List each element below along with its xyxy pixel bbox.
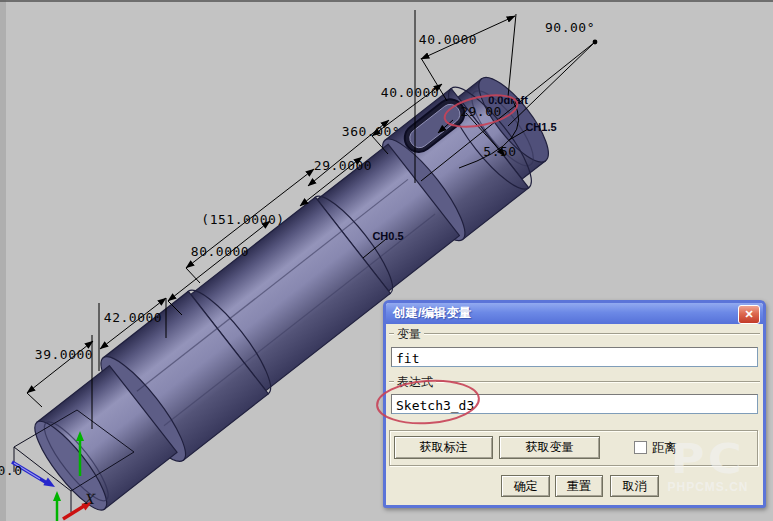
x-axis-arrow <box>63 506 84 519</box>
cad-window: 40.0000 90.00° 40.0000 0.0draft 29.00 CH… <box>0 0 773 521</box>
chamfer-ch1-5[interactable]: CH1.5 <box>525 121 556 133</box>
ok-button[interactable]: 确定 <box>501 475 550 497</box>
x-axis-label: X <box>84 491 94 507</box>
dim-29[interactable]: 29.0000 <box>314 158 372 173</box>
dim-360-deg[interactable]: 360.00° <box>342 124 400 139</box>
dim-80[interactable]: 80.0000 <box>191 244 249 259</box>
dim-90-deg[interactable]: 90.00° <box>545 20 595 35</box>
dim-151[interactable]: (151.0000) <box>201 212 284 227</box>
variable-input[interactable] <box>391 347 758 367</box>
reset-button[interactable]: 重置 <box>555 475 603 497</box>
variable-group-label: 变量 <box>394 326 424 343</box>
dialog-title: 创建/编辑变量 <box>386 305 471 322</box>
close-icon: ✕ <box>744 308 753 321</box>
expression-group-label: 表达式 <box>394 374 436 391</box>
create-edit-variable-dialog: 创建/编辑变量 ✕ 变量 表达式 获取标注 获取变量 距离 确定 重置 取消 <box>383 300 766 508</box>
dim-40-keyway[interactable]: 40.0000 <box>381 85 439 100</box>
chamfer-ch0-5[interactable]: CH0.5 <box>372 230 403 242</box>
get-variable-button[interactable]: 获取变量 <box>499 436 600 459</box>
dim-0-0[interactable]: 0.0 <box>0 463 22 478</box>
dim-29-circled[interactable]: 29.00 <box>460 104 502 119</box>
dim-40-top[interactable]: 40.0000 <box>419 32 477 47</box>
expression-input[interactable] <box>391 394 758 414</box>
distance-checkbox[interactable] <box>634 441 647 454</box>
get-annotation-button[interactable]: 获取标注 <box>394 436 493 459</box>
cancel-button[interactable]: 取消 <box>610 475 659 497</box>
capture-panel: 获取标注 获取变量 距离 <box>389 430 758 466</box>
dim-39[interactable]: 39.0000 <box>35 347 93 362</box>
dim-5-50[interactable]: 5.50 <box>483 144 516 159</box>
dialog-title-bar[interactable]: 创建/编辑变量 ✕ <box>386 303 763 324</box>
close-button[interactable]: ✕ <box>738 305 760 324</box>
dim-42[interactable]: 42.0000 <box>104 310 162 325</box>
distance-checkbox-label: 距离 <box>652 440 677 457</box>
